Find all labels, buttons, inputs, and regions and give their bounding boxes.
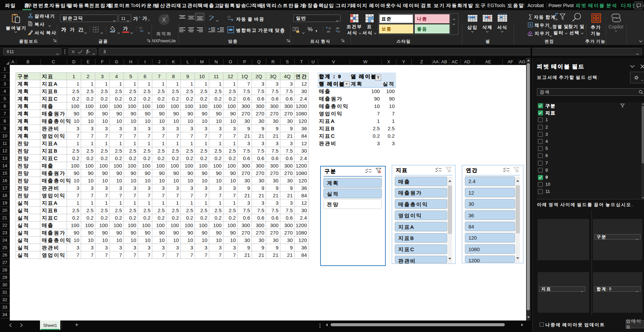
svg-text:.00: .00 — [326, 30, 330, 33]
svg-text:2.5: 2.5 — [186, 88, 193, 94]
svg-text:0.2: 0.2 — [172, 96, 179, 102]
svg-text:2.5: 2.5 — [186, 148, 193, 154]
svg-text:□□: □□ — [209, 15, 212, 18]
svg-text:7: 7 — [77, 252, 79, 258]
svg-text:실적: 실적 — [383, 81, 395, 87]
svg-text:10: 10 — [102, 237, 108, 243]
svg-text:0.2: 0.2 — [200, 155, 207, 161]
svg-text:10: 10 — [202, 178, 207, 183]
svg-text:300: 300 — [242, 163, 250, 169]
svg-text:7: 7 — [205, 133, 207, 139]
svg-text:0.2: 0.2 — [101, 215, 108, 221]
svg-text:21: 21 — [258, 252, 264, 258]
svg-text:실적: 실적 — [18, 237, 29, 243]
svg-text:0.2: 0.2 — [373, 133, 380, 139]
svg-text:10: 10 — [116, 178, 122, 183]
svg-text:10: 10 — [130, 178, 136, 183]
svg-text:30: 30 — [258, 237, 264, 243]
svg-text:0.6: 0.6 — [243, 96, 250, 102]
svg-text:2.4: 2.4 — [300, 96, 307, 102]
svg-text:10: 10 — [374, 103, 380, 109]
svg-text:7: 7 — [233, 252, 236, 258]
svg-text:84: 84 — [301, 193, 307, 198]
svg-text:지표A: 지표A — [42, 200, 58, 206]
svg-text:0.2: 0.2 — [200, 96, 207, 102]
svg-text:10: 10 — [145, 237, 150, 243]
svg-text:7: 7 — [176, 133, 179, 139]
svg-text:7: 7 — [105, 193, 108, 198]
svg-text:300: 300 — [284, 163, 293, 169]
svg-text:12: 12 — [301, 81, 307, 87]
svg-text:7: 7 — [205, 193, 207, 198]
svg-text:계획: 계획 — [18, 103, 29, 109]
svg-text:2.5: 2.5 — [86, 88, 94, 94]
svg-text:7: 7 — [158, 73, 161, 79]
svg-text:90: 90 — [74, 230, 79, 236]
svg-text:21: 21 — [273, 133, 278, 139]
svg-text:100: 100 — [156, 103, 165, 109]
svg-text:100: 100 — [199, 103, 207, 109]
svg-text:90: 90 — [202, 230, 207, 236]
svg-text:2.5: 2.5 — [129, 148, 136, 154]
svg-text:0.6: 0.6 — [286, 215, 293, 221]
svg-text:행 레이블: 행 레이블 — [319, 81, 345, 87]
svg-text:계획: 계획 — [18, 118, 29, 124]
svg-text:100: 100 — [128, 163, 136, 169]
svg-text:3: 3 — [205, 185, 207, 191]
svg-text:1: 1 — [91, 81, 94, 87]
svg-text:7.5: 7.5 — [243, 148, 250, 154]
svg-text:12: 12 — [301, 140, 307, 146]
svg-text:0.2: 0.2 — [143, 215, 150, 221]
svg-text:매출: 매출 — [319, 88, 331, 94]
svg-text:1: 1 — [176, 140, 179, 146]
svg-text:9: 9 — [262, 245, 264, 250]
svg-text:270: 270 — [242, 111, 250, 116]
svg-text:2.5: 2.5 — [158, 207, 165, 213]
svg-text:합계 : 9: 합계 : 9 — [319, 73, 342, 79]
svg-text:10: 10 — [230, 118, 236, 124]
svg-text:지표: 지표 — [396, 167, 408, 173]
svg-text:90: 90 — [202, 170, 207, 176]
svg-text:3: 3 — [148, 126, 150, 131]
svg-text:0.2: 0.2 — [129, 155, 136, 161]
svg-text:9: 9 — [247, 245, 250, 250]
svg-text:7: 7 — [119, 252, 122, 258]
svg-text:90: 90 — [173, 230, 179, 236]
svg-text:0.2: 0.2 — [200, 215, 207, 221]
svg-text:100: 100 — [170, 163, 179, 169]
svg-text:7.5: 7.5 — [271, 207, 278, 213]
svg-text:2.5: 2.5 — [172, 148, 179, 154]
svg-text:120: 120 — [298, 237, 307, 243]
svg-text:100: 100 — [199, 163, 207, 169]
svg-text:90: 90 — [389, 96, 395, 102]
svg-text:2.5: 2.5 — [115, 88, 122, 94]
svg-text:3: 3 — [262, 81, 264, 87]
svg-text:2.5: 2.5 — [214, 207, 222, 213]
svg-text:10: 10 — [116, 237, 122, 243]
svg-text:100: 100 — [227, 222, 236, 228]
svg-text:90: 90 — [173, 111, 179, 116]
svg-text:100: 100 — [142, 222, 150, 228]
svg-text:3: 3 — [276, 81, 278, 87]
svg-text:100: 100 — [185, 222, 193, 228]
svg-text:90: 90 — [102, 230, 108, 236]
svg-text:7: 7 — [119, 133, 122, 139]
svg-text:12: 12 — [301, 200, 307, 206]
svg-text:지표: 지표 — [42, 73, 54, 79]
svg-text:30: 30 — [244, 237, 250, 243]
svg-text:실적: 실적 — [327, 191, 339, 197]
svg-text:3: 3 — [148, 245, 150, 250]
svg-text:90: 90 — [187, 230, 193, 236]
svg-text:21: 21 — [273, 193, 278, 198]
svg-text:2.5: 2.5 — [200, 148, 207, 154]
svg-text:3: 3 — [290, 140, 293, 146]
svg-text:0.6: 0.6 — [271, 96, 278, 102]
svg-text:21: 21 — [258, 193, 264, 198]
svg-text:10: 10 — [230, 178, 236, 183]
svg-text:0.6: 0.6 — [243, 215, 250, 221]
svg-text:100: 100 — [71, 222, 79, 228]
svg-text:12: 12 — [228, 73, 233, 79]
svg-text:100: 100 — [213, 222, 222, 228]
svg-text:12: 12 — [469, 190, 474, 196]
svg-text:1Q: 1Q — [241, 73, 248, 79]
